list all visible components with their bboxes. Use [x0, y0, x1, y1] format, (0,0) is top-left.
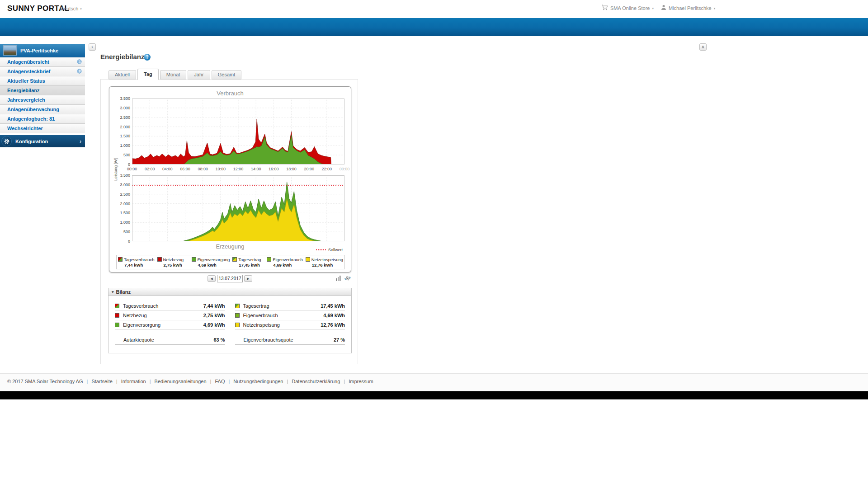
- tab-aktuell[interactable]: Aktuell: [108, 70, 136, 80]
- tagesertrag-icon: [232, 257, 237, 262]
- legend-value: 12,76 kWh: [312, 263, 343, 267]
- globe-icon: [77, 69, 82, 74]
- y-tick-label: 2.500: [114, 192, 130, 197]
- export-refresh-icon[interactable]: [344, 275, 351, 282]
- sidebar-item-label: Anlagensteckbrief: [7, 69, 50, 74]
- plant-header[interactable]: PVA-Perlitschke: [0, 44, 85, 57]
- eigenverbrauch-icon: [235, 313, 240, 318]
- chart-settings-icon[interactable]: [335, 275, 342, 282]
- sidebar-item-label: Energiebilanz: [7, 88, 40, 93]
- footer-link-startseite[interactable]: Startseite: [91, 379, 112, 384]
- y-tick-label: 2.000: [114, 202, 130, 206]
- bilanz-value: 17,45 kWh: [321, 303, 345, 309]
- topbar: SUNNY PORTAL Deutsch ▾ SMA Online Store …: [0, 0, 868, 18]
- sidebar-item-anlagenüberwachung[interactable]: Anlagenüberwachung: [0, 105, 85, 114]
- bilanz-row-eigenversorgung: Eigenversorgung4,69 kWh: [115, 320, 225, 330]
- globe-icon: [77, 59, 82, 64]
- language-selector[interactable]: Deutsch ▾: [60, 6, 82, 11]
- footer-black-bar: [0, 391, 868, 399]
- sidebar-item-label: Anlagenüberwachung: [7, 107, 59, 112]
- verbrauch-chart-svg: [132, 99, 344, 164]
- sidebar-item-anlagenlogbuch-81[interactable]: Anlagenlogbuch: 81: [0, 114, 85, 124]
- x-tick-label: 00:00: [335, 167, 354, 171]
- sidebar-item-wechselrichter[interactable]: Wechselrichter: [0, 124, 85, 133]
- header-band: [0, 18, 868, 36]
- sidebar-item-anlagensteckbrief[interactable]: Anlagensteckbrief: [0, 67, 85, 76]
- eigenversorgung-icon: [192, 257, 196, 262]
- x-tick-label: 22:00: [318, 167, 336, 171]
- legend-label: Eigenverbrauch: [273, 257, 303, 262]
- x-axis-labels: 00:0002:0004:0006:0008:0010:0012:0014:00…: [132, 167, 344, 172]
- bilanz-value: 2,75 kWh: [203, 313, 225, 318]
- footer-separator: |: [116, 379, 118, 384]
- x-tick-label: 10:00: [212, 167, 230, 171]
- tagesertrag-icon: [235, 304, 240, 308]
- online-store-link[interactable]: SMA Online Store ▾: [601, 5, 654, 11]
- date-input[interactable]: [217, 275, 243, 282]
- bilanz-value: 63 %: [213, 337, 225, 343]
- legend-item-tagesverbrauch: Tagesverbrauch7,44 kWh: [117, 255, 156, 269]
- previous-day-button[interactable]: ◀: [208, 275, 216, 282]
- bilanz-row-eigenverbrauch: Eigenverbrauch4,69 kWh: [235, 311, 345, 320]
- footer-link-faq[interactable]: FAQ: [215, 379, 225, 384]
- user-name: Michael Perlitschke: [669, 5, 712, 11]
- bilanz-label: Netzeinspeisung: [243, 322, 321, 328]
- sidebar-item-label: Jahresvergleich: [7, 97, 45, 103]
- legend-value: 2,75 kWh: [164, 263, 189, 267]
- footer-separator: |: [87, 379, 88, 384]
- sidebar-item-label: Anlagenlogbuch: 81: [7, 116, 55, 122]
- date-navigation: ◀ ▶: [101, 275, 359, 283]
- sidebar-item-energiebilanz[interactable]: Energiebilanz: [0, 86, 85, 95]
- scroll-top-button[interactable]: ∧: [699, 43, 707, 51]
- footer-link-bedienungsanleitungen[interactable]: Bedienungsanleitungen: [155, 379, 207, 384]
- sidebar-item-anlagenübersicht[interactable]: Anlagenübersicht: [0, 57, 85, 67]
- legend-value: 7,44 kWh: [124, 263, 155, 267]
- y-tick-label: 3.000: [114, 183, 130, 187]
- next-day-button[interactable]: ▶: [244, 275, 252, 282]
- verbrauch-chart: [132, 99, 344, 164]
- bilanz-title: Bilanz: [116, 289, 131, 295]
- help-icon[interactable]: ?: [144, 54, 151, 61]
- footer-link-impressum[interactable]: Impressum: [349, 379, 373, 384]
- legend-item-netzeinspeisung: Netzeinspeisung12,76 kWh: [304, 255, 344, 269]
- netzeinspeisung-icon: [306, 257, 310, 262]
- tab-monat[interactable]: Monat: [160, 70, 187, 80]
- sidebar: PVA-Perlitschke AnlagenübersichtAnlagens…: [0, 44, 85, 147]
- y-tick-label: 2.500: [114, 115, 130, 120]
- plant-name: PVA-Perlitschke: [20, 48, 58, 53]
- sidebar-item-label: Wechselrichter: [7, 126, 43, 131]
- sidebar-item-jahresvergleich[interactable]: Jahresvergleich: [0, 95, 85, 105]
- gear-icon: [1, 136, 12, 146]
- netzbezug-icon: [115, 313, 119, 318]
- tab-tag[interactable]: Tag: [137, 69, 159, 80]
- legend-label: Netzeinspeisung: [311, 257, 343, 262]
- legend-item-row: Tagesverbrauch: [118, 257, 155, 262]
- bilanz-header[interactable]: ▾ Bilanz: [108, 288, 351, 296]
- content-divider: [88, 40, 707, 40]
- chevron-down-icon: ▾: [652, 7, 654, 10]
- footer-link-datenschutzerklärung[interactable]: Datenschutzerklärung: [292, 379, 340, 384]
- user-menu[interactable]: Michael Perlitschke ▾: [661, 5, 715, 11]
- sidebar-item-aktueller-status[interactable]: Aktueller Status: [0, 76, 85, 86]
- erzeugung-chart-svg: [132, 175, 344, 241]
- eigenverbrauch-icon: [267, 257, 271, 262]
- footer-link-information[interactable]: Information: [121, 379, 146, 384]
- sidebar-collapse-button[interactable]: ‹: [89, 43, 96, 51]
- footer-link-nutzungsbedingungen[interactable]: Nutzungsbedingungen: [233, 379, 283, 384]
- legend-item-row: Eigenverbrauch: [267, 257, 303, 262]
- page-title: Energiebilanz: [100, 53, 145, 61]
- legend-item-row: Netzbezug: [157, 257, 189, 262]
- sollwert-legend: Sollwert: [316, 248, 343, 252]
- bilanz-value: 4,69 kWh: [323, 313, 345, 318]
- sidebar-item-konfiguration[interactable]: Konfiguration ›: [0, 135, 85, 147]
- footer: © 2017 SMA Solar Technology AG|Startseit…: [0, 373, 868, 391]
- content-panel: Verbrauch 3.5003.0002.5002.0001.5001.000…: [100, 79, 358, 364]
- legend-item-row: Tagesertrag: [232, 257, 264, 262]
- bilanz-row-tagesverbrauch: Tagesverbrauch7,44 kWh: [115, 301, 225, 311]
- tab-jahr[interactable]: Jahr: [188, 70, 210, 80]
- footer-separator: |: [228, 379, 230, 384]
- konfiguration-label: Konfiguration: [15, 139, 48, 144]
- netzeinspeisung-icon: [235, 323, 240, 327]
- tab-gesamt[interactable]: Gesamt: [212, 70, 242, 80]
- y-tick-label: 1.500: [114, 211, 130, 215]
